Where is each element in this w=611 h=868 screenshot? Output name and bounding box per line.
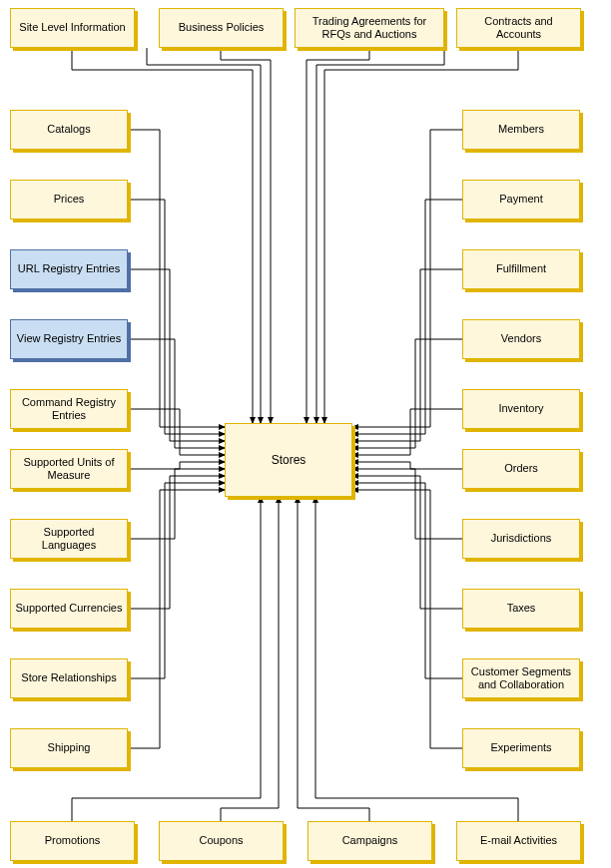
stores-label: Stores <box>272 453 306 467</box>
node-email-activities: E-mail Activities <box>456 821 581 861</box>
node-promotions: Promotions <box>10 821 135 861</box>
node-orders: Orders <box>462 449 580 489</box>
node-customer-segments: Customer Segments and Collaboration <box>462 658 580 698</box>
node-prices: Prices <box>10 180 128 219</box>
node-experiments: Experiments <box>462 728 580 768</box>
node-business-policies: Business Policies <box>159 8 284 48</box>
node-members: Members <box>462 110 580 150</box>
node-command-registry-entries: Command Registry Entries <box>10 389 128 429</box>
node-taxes: Taxes <box>462 589 580 629</box>
node-coupons: Coupons <box>159 821 284 861</box>
node-view-registry-entries: View Registry Entries <box>10 319 128 359</box>
node-campaigns: Campaigns <box>307 821 432 861</box>
node-jurisdictions: Jurisdictions <box>462 519 580 559</box>
node-inventory: Inventory <box>462 389 580 429</box>
node-vendors: Vendors <box>462 319 580 359</box>
node-store-relationships: Store Relationships <box>10 658 128 698</box>
node-shipping: Shipping <box>10 728 128 768</box>
node-supported-units-measure: Supported Units of Measure <box>10 449 128 489</box>
node-url-registry-entries: URL Registry Entries <box>10 249 128 289</box>
stores-center-node: Stores <box>225 423 352 497</box>
node-supported-languages: Supported Languages <box>10 519 128 559</box>
node-trading-agreements: Trading Agreements for RFQs and Auctions <box>295 8 444 48</box>
node-fulfillment: Fulfillment <box>462 249 580 289</box>
node-contracts-accounts: Contracts and Accounts <box>456 8 581 48</box>
node-site-level-information: Site Level Information <box>10 8 135 48</box>
node-catalogs: Catalogs <box>10 110 128 150</box>
node-supported-currencies: Supported Currencies <box>10 589 128 629</box>
node-payment: Payment <box>462 180 580 219</box>
